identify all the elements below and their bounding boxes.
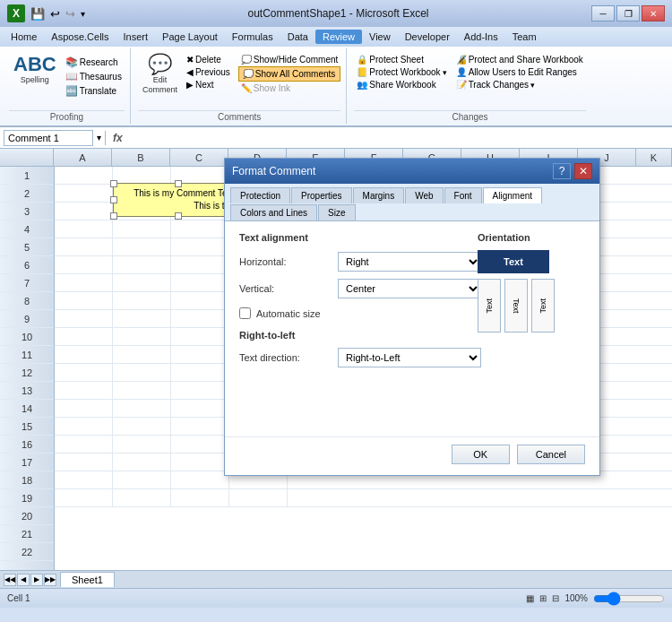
quick-access-dropdown[interactable]: ▾ [81, 9, 85, 19]
menu-developer[interactable]: Developer [398, 30, 457, 44]
research-button[interactable]: 📚Research [63, 56, 125, 69]
row-header-12[interactable]: 12 [0, 364, 54, 382]
tab-font[interactable]: Font [444, 187, 482, 203]
cancel-button[interactable]: Cancel [517, 445, 585, 464]
protect-sheet-button[interactable]: 🔒Protect Sheet [354, 54, 449, 65]
spelling-button[interactable]: ABC Spelling [9, 52, 61, 87]
col-header-c[interactable]: C [170, 149, 228, 166]
orientation-vertical-1[interactable]: Text [478, 279, 501, 333]
protect-workbook-button[interactable]: 📒Protect Workbook▾ [354, 66, 449, 78]
title-bar: X 💾 ↩ ↪ ▾ outCommentShape1 - Microsoft E… [0, 0, 672, 27]
menu-insert[interactable]: Insert [116, 30, 156, 44]
row-header-18[interactable]: 18 [0, 471, 54, 489]
tab-margins[interactable]: Margins [353, 187, 405, 203]
vertical-select[interactable]: Top Center Bottom Justify [338, 279, 481, 298]
tab-alignment[interactable]: Alignment [483, 187, 542, 203]
window-restore[interactable]: ❐ [616, 5, 640, 22]
modal-tabs: Protection Properties Margins Web Font A… [225, 184, 599, 221]
row-header-11[interactable]: 11 [0, 346, 54, 364]
orientation-vertical-3[interactable]: Text [531, 279, 555, 333]
sheet-nav-prev[interactable]: ◀ [17, 574, 30, 586]
modal-close-button[interactable]: ✕ [574, 163, 592, 179]
horizontal-select[interactable]: Left Center Right Justify [338, 252, 481, 272]
view-normal[interactable]: ▦ [526, 593, 534, 603]
tab-properties[interactable]: Properties [291, 187, 352, 203]
row-header-19[interactable]: 19 [0, 489, 54, 507]
window-minimize[interactable]: ─ [591, 5, 615, 22]
text-direction-select[interactable]: Context Left-to-Right Right-to-Left [338, 348, 481, 367]
tab-web[interactable]: Web [405, 187, 443, 203]
menu-review[interactable]: Review [315, 30, 362, 44]
quick-access-redo[interactable]: ↪ [65, 7, 75, 21]
orientation-vertical-2[interactable]: Text [504, 279, 528, 333]
name-box[interactable] [4, 130, 93, 146]
track-changes-button[interactable]: 📝Track Changes▾ [453, 79, 586, 91]
col-header-b[interactable]: B [112, 149, 170, 166]
row-header-8[interactable]: 8 [0, 292, 54, 310]
sheet-nav-next[interactable]: ▶ [30, 574, 43, 586]
row-header-15[interactable]: 15 [0, 418, 54, 436]
orientation-horizontal[interactable]: Text [478, 250, 549, 273]
row-header-21[interactable]: 21 [0, 525, 54, 543]
menu-aspose[interactable]: Aspose.Cells [44, 30, 116, 44]
menu-team[interactable]: Team [505, 30, 544, 44]
quick-access-save[interactable]: 💾 [30, 7, 45, 21]
next-button[interactable]: ▶Next [184, 79, 233, 91]
sheet-tab-1[interactable]: Sheet1 [60, 572, 115, 587]
menu-formulas[interactable]: Formulas [225, 30, 280, 44]
row-header-14[interactable]: 14 [0, 400, 54, 418]
row-header-2[interactable]: 2 [0, 185, 54, 203]
translate-button[interactable]: 🔤Translate [63, 84, 125, 98]
thesaurus-button[interactable]: 📖Thesaurus [63, 70, 125, 83]
ok-button[interactable]: OK [452, 445, 510, 464]
modal-titlebar: Format Comment ? ✕ [225, 159, 599, 184]
row-header-4[interactable]: 4 [0, 220, 54, 238]
row-header-20[interactable]: 20 [0, 507, 54, 525]
auto-size-checkbox[interactable] [239, 307, 251, 319]
row-header-6[interactable]: 6 [0, 256, 54, 274]
row-header-16[interactable]: 16 [0, 436, 54, 454]
show-ink-button[interactable]: ✏️Show Ink [238, 82, 340, 94]
protect-share-workbook-button[interactable]: 🔏Protect and Share Workbook [453, 54, 586, 65]
tab-size[interactable]: Size [318, 204, 355, 220]
sheet-nav-last[interactable]: ▶▶ [44, 574, 56, 586]
show-hide-comment-button[interactable]: 💭Show/Hide Comment [238, 54, 340, 65]
show-all-comments-button[interactable]: 💭Show All Comments [238, 66, 340, 82]
tab-protection[interactable]: Protection [230, 187, 290, 203]
menu-data[interactable]: Data [280, 30, 315, 44]
name-box-dropdown[interactable]: ▾ [97, 133, 101, 143]
status-cell-info: Cell 1 [7, 593, 30, 603]
row-header-17[interactable]: 17 [0, 454, 54, 471]
menu-view[interactable]: View [362, 30, 398, 44]
col-header-k[interactable]: K [636, 149, 672, 166]
row-header-1[interactable]: 1 [0, 167, 54, 185]
delete-button[interactable]: ✖Delete [184, 54, 233, 65]
row-header-22[interactable]: 22 [0, 543, 54, 561]
menu-addins[interactable]: Add-Ins [457, 30, 505, 44]
formula-input[interactable] [130, 130, 668, 146]
view-layout[interactable]: ⊞ [539, 593, 547, 603]
comments-label: Comments [138, 110, 340, 122]
allow-users-button[interactable]: 👤Allow Users to Edit Ranges [453, 66, 586, 78]
window-close[interactable]: ✕ [642, 5, 665, 22]
row-header-3[interactable]: 3 [0, 203, 54, 220]
text-direction-label: Text direction: [239, 352, 338, 363]
row-header-7[interactable]: 7 [0, 274, 54, 292]
row-header-10[interactable]: 10 [0, 328, 54, 346]
previous-button[interactable]: ◀Previous [184, 66, 233, 78]
col-header-a[interactable]: A [54, 149, 112, 166]
zoom-slider[interactable] [593, 593, 665, 604]
row-header-13[interactable]: 13 [0, 382, 54, 400]
sheet-nav-first[interactable]: ◀◀ [4, 574, 16, 586]
view-page-break[interactable]: ⊟ [552, 593, 559, 603]
row-header-5[interactable]: 5 [0, 238, 54, 256]
edit-comment-button[interactable]: 💬 EditComment [138, 52, 182, 98]
modal-help-button[interactable]: ? [553, 163, 571, 179]
share-workbook-button[interactable]: 👥Share Workbook [354, 79, 449, 91]
quick-access-undo[interactable]: ↩ [50, 7, 60, 21]
modal-body: Text alignment Horizontal: Left Center R… [225, 221, 599, 436]
menu-home[interactable]: Home [4, 30, 44, 44]
tab-colors-lines[interactable]: Colors and Lines [230, 204, 317, 220]
row-header-9[interactable]: 9 [0, 310, 54, 328]
menu-page-layout[interactable]: Page Layout [155, 30, 225, 44]
